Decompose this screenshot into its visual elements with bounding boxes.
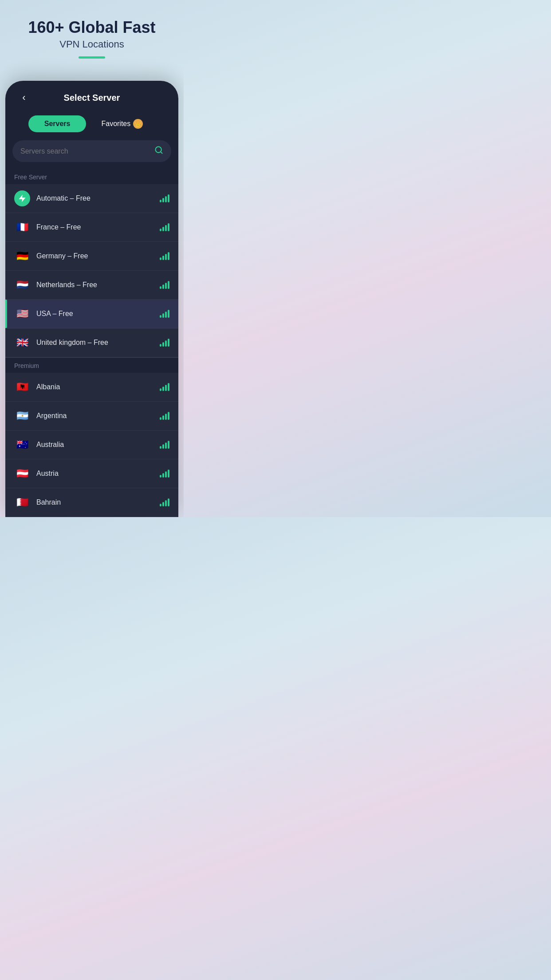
server-name-austria: Austria [36,470,160,478]
server-name-bahrain: Bahrain [36,498,160,506]
flag-uk: 🇬🇧 [14,335,30,351]
tab-favorites[interactable]: Favorites 👑 [89,115,155,133]
server-item-argentina[interactable]: 🇦🇷 Argentina [5,402,178,431]
server-name-automatic: Automatic – Free [36,194,160,202]
flag-australia: 🇦🇺 [14,437,30,453]
signal-bars [160,194,169,202]
signal-bars [160,281,169,289]
signal-bars [160,412,169,420]
hero-header: 160+ Global Fast VPN Locations [19,18,164,72]
top-bar: ‹ Select Server [5,81,178,110]
phone-screen: ‹ Select Server Servers Favorites 👑 Free… [5,81,178,517]
server-item-bahrain[interactable]: 🇧🇭 Bahrain [5,488,178,517]
sub-title: VPN Locations [28,39,155,50]
free-section-header: Free Server [5,169,178,184]
svg-marker-2 [19,195,26,202]
flag-austria: 🇦🇹 [14,466,30,482]
server-item-usa[interactable]: 🇺🇸 USA – Free [5,300,178,328]
signal-bars [160,470,169,478]
back-button[interactable]: ‹ [16,90,32,106]
premium-section: Premium 🇦🇱 Albania 🇦🇷 Argentina [5,358,178,517]
premium-server-list: 🇦🇱 Albania 🇦🇷 Argentina [5,373,178,517]
server-name-netherlands: Netherlands – Free [36,281,160,289]
search-bar[interactable] [12,140,171,162]
signal-bars [160,310,169,318]
signal-bars [160,223,169,231]
flag-netherlands: 🇳🇱 [14,277,30,293]
title-underline [79,56,105,59]
server-name-australia: Australia [36,441,160,449]
search-icon [154,146,163,157]
server-name-usa: USA – Free [36,310,160,318]
server-item-austria[interactable]: 🇦🇹 Austria [5,459,178,488]
svg-line-1 [161,152,162,154]
server-name-uk: United kingdom – Free [36,339,160,347]
signal-bars [160,383,169,391]
tab-bar: Servers Favorites 👑 [5,110,178,140]
server-item-france[interactable]: 🇫🇷 France – Free [5,213,178,242]
auto-icon [14,190,30,206]
server-item-uk[interactable]: 🇬🇧 United kingdom – Free [5,328,178,357]
flag-albania: 🇦🇱 [14,379,30,395]
server-item-automatic[interactable]: Automatic – Free [5,184,178,213]
flag-bahrain: 🇧🇭 [14,494,30,510]
search-input[interactable] [20,147,150,155]
server-item-germany[interactable]: 🇩🇪 Germany – Free [5,242,178,271]
server-name-albania: Albania [36,383,160,391]
server-name-germany: Germany – Free [36,252,160,260]
flag-argentina: 🇦🇷 [14,408,30,424]
premium-section-header: Premium [5,358,178,373]
free-server-list: Automatic – Free 🇫🇷 France – Free 🇩🇪 Ger [5,184,178,357]
server-name-argentina: Argentina [36,412,160,420]
signal-bars [160,252,169,260]
signal-bars [160,339,169,347]
server-item-australia[interactable]: 🇦🇺 Australia [5,431,178,459]
selected-indicator [5,300,7,328]
flag-usa: 🇺🇸 [14,306,30,322]
server-item-netherlands[interactable]: 🇳🇱 Netherlands – Free [5,271,178,300]
signal-bars [160,498,169,506]
signal-bars [160,441,169,449]
tab-servers[interactable]: Servers [28,115,87,132]
main-title: 160+ Global Fast [28,18,155,37]
flag-germany: 🇩🇪 [14,248,30,264]
server-name-france: France – Free [36,223,160,231]
screen-title: Select Server [32,93,152,103]
flag-france: 🇫🇷 [14,219,30,235]
crown-icon: 👑 [133,119,143,129]
server-item-albania[interactable]: 🇦🇱 Albania [5,373,178,402]
